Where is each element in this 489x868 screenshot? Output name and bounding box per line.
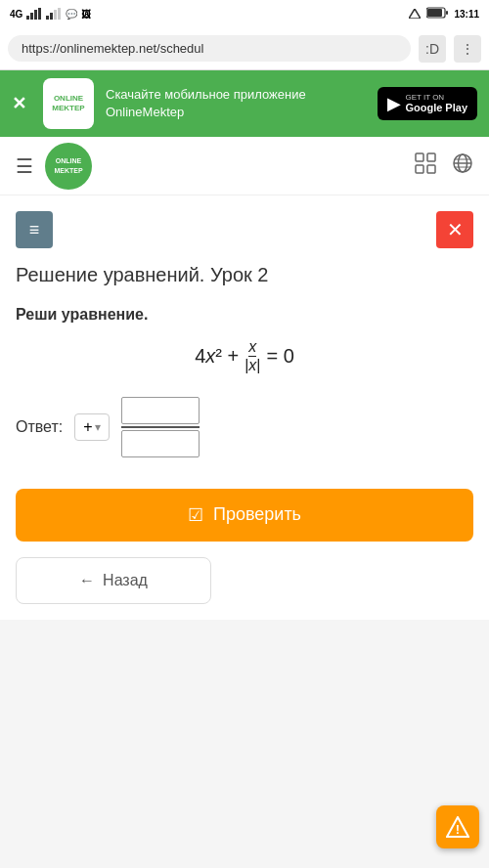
fraction-divider — [121, 426, 200, 428]
back-label: Назад — [103, 572, 148, 589]
equation: 4x² + x |x| = 0 — [195, 339, 294, 373]
site-logo: ONLINE MEKTEP — [45, 143, 92, 190]
main-content: ≡ ✕ Решение уравнений. Урок 2 Реши уравн… — [0, 195, 489, 620]
svg-rect-5 — [50, 13, 53, 20]
browser-menu-icon[interactable]: ⋮ — [454, 35, 481, 63]
numerator-input[interactable] — [121, 397, 200, 424]
ad-banner: ✕ ONLINE MEKTEP Скачайте мобильное прило… — [0, 70, 489, 137]
svg-rect-4 — [46, 16, 49, 20]
globe-icon[interactable] — [452, 152, 473, 179]
check-button[interactable]: ☑ Проверить — [16, 489, 473, 542]
svg-rect-1 — [30, 13, 33, 20]
lesson-title: Решение уравнений. Урок 2 — [16, 264, 473, 286]
svg-rect-3 — [38, 8, 41, 20]
svg-rect-11 — [446, 11, 448, 15]
svg-rect-2 — [34, 10, 37, 20]
equation-container: 4x² + x |x| = 0 — [16, 339, 473, 373]
sign-value: + — [83, 418, 92, 436]
svg-rect-15 — [427, 165, 435, 173]
header-right — [415, 152, 473, 179]
time-display: 13:11 — [454, 9, 479, 20]
svg-rect-7 — [58, 8, 61, 20]
eq-fraction: x |x| — [244, 339, 260, 373]
signal-icon2 — [46, 8, 62, 20]
toolbar-row: ≡ ✕ — [16, 211, 473, 248]
signal-icon1 — [26, 8, 42, 20]
back-button[interactable]: ← Назад — [16, 557, 211, 604]
play-icon: ▶ — [387, 93, 401, 114]
url-input[interactable] — [8, 35, 411, 62]
google-play-text: GET IT ON Google Play — [405, 93, 467, 115]
svg-rect-6 — [54, 10, 57, 20]
ad-text: Скачайте мобильное приложение OnlineMekt… — [106, 86, 366, 121]
eq-term1: 4x² + — [195, 345, 239, 368]
hamburger-icon: ≡ — [29, 220, 40, 240]
whatsapp-icon: 💬 — [66, 9, 77, 20]
grid-icon[interactable] — [415, 152, 436, 179]
check-label: Проверить — [213, 504, 301, 525]
task-label: Реши уравнение. — [16, 306, 473, 324]
denominator-input[interactable] — [121, 430, 200, 457]
svg-marker-8 — [409, 9, 421, 19]
tab-icon[interactable]: :D — [419, 35, 446, 63]
svg-rect-13 — [427, 153, 435, 161]
google-play-button[interactable]: ▶ GET IT ON Google Play — [378, 87, 477, 121]
signal-icon3 — [409, 9, 421, 19]
status-bar: 4G 💬 🖼 13:11 — [0, 0, 489, 27]
svg-rect-10 — [427, 9, 442, 17]
battery-icon — [426, 7, 448, 21]
close-button[interactable]: ✕ — [436, 211, 473, 248]
photo-icon: 🖼 — [81, 9, 91, 20]
svg-rect-12 — [416, 153, 423, 161]
site-header: ☰ ONLINE MEKTEP — [0, 137, 489, 195]
svg-rect-0 — [26, 16, 29, 20]
warning-icon: ! — [446, 816, 469, 838]
close-icon: ✕ — [447, 218, 464, 241]
chevron-down-icon: ▾ — [95, 420, 101, 434]
svg-rect-14 — [416, 165, 423, 173]
answer-row: Ответ: + ▾ — [16, 397, 473, 457]
ad-logo: ONLINE MEKTEP — [43, 78, 94, 129]
status-right: 13:11 — [409, 7, 479, 21]
check-icon: ☑ — [188, 504, 203, 526]
sign-selector[interactable]: + ▾ — [74, 413, 109, 441]
status-left: 4G 💬 🖼 — [10, 8, 91, 20]
warning-fab[interactable]: ! — [436, 805, 479, 848]
back-arrow-icon: ← — [79, 572, 95, 589]
ad-close-button[interactable]: ✕ — [12, 93, 31, 114]
network-label: 4G — [10, 9, 22, 20]
site-menu-icon[interactable]: ☰ — [16, 154, 33, 178]
eq-equals: = 0 — [266, 345, 293, 368]
answer-label: Ответ: — [16, 418, 63, 436]
browser-bar: :D ⋮ — [0, 27, 489, 70]
hamburger-button[interactable]: ≡ — [16, 211, 53, 248]
fraction-input — [121, 397, 200, 457]
svg-text:!: ! — [456, 822, 460, 837]
